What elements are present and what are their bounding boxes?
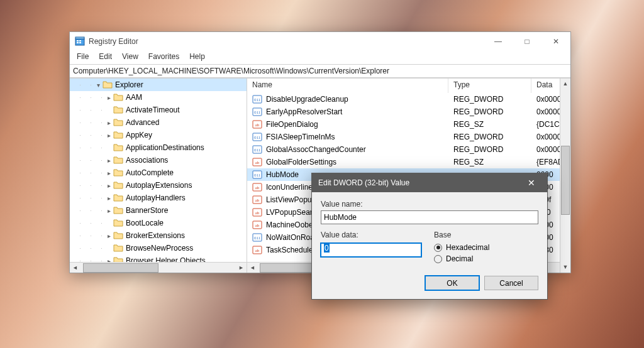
tree-item-label: Browser Helper Objects bbox=[126, 256, 206, 262]
tree-item[interactable]: ▸AutoplayExtensions bbox=[70, 179, 247, 192]
list-row[interactable]: 011DisableUpgradeCleanupREG_DWORD0x0000 bbox=[247, 93, 570, 106]
tree-item[interactable]: ▸AutoplayHandlers bbox=[70, 192, 247, 204]
menu-edit[interactable]: Edit bbox=[94, 51, 116, 64]
base-label: Base bbox=[434, 231, 538, 239]
value-name: HubMode bbox=[266, 170, 299, 179]
close-button[interactable]: ✕ bbox=[541, 32, 570, 51]
dialog-title: Edit DWORD (32-bit) Value bbox=[318, 178, 522, 187]
address-bar[interactable]: Computer\HKEY_LOCAL_MACHINE\SOFTWARE\Mic… bbox=[70, 64, 570, 78]
tree-item[interactable]: ▸BrokerExtensions bbox=[70, 229, 247, 242]
scrollbar-thumb[interactable] bbox=[83, 263, 158, 273]
tree-item-label: ActivateTimeout bbox=[126, 106, 180, 114]
tree-scroll[interactable]: ▾Explorer▸AAMActivateTimeout▸Advanced▸Ap… bbox=[70, 79, 247, 262]
scrollbar-thumb[interactable] bbox=[561, 146, 570, 215]
window-title: Registry Editor bbox=[89, 37, 484, 46]
maximize-button[interactable]: □ bbox=[513, 32, 541, 51]
tree-item-label: AutoplayHandlers bbox=[126, 193, 186, 202]
svg-text:011: 011 bbox=[254, 97, 261, 102]
svg-rect-4 bbox=[77, 42, 79, 43]
value-data-input[interactable] bbox=[321, 243, 421, 257]
tree-item[interactable]: ▸AppKey bbox=[70, 129, 247, 141]
edit-dword-dialog: Edit DWORD (32-bit) Value ✕ Value name: … bbox=[311, 173, 548, 300]
value-name: GlobalFolderSettings bbox=[266, 158, 336, 166]
tree-item-label: ApplicationDestinations bbox=[126, 143, 204, 152]
list-row[interactable]: 011EarlyAppResolverStartREG_DWORD0x0000 bbox=[247, 106, 570, 118]
scroll-right-icon[interactable]: ► bbox=[236, 264, 247, 271]
tree-pane: ▾Explorer▸AAMActivateTimeout▸Advanced▸Ap… bbox=[70, 79, 247, 273]
value-name: GlobalAssocChangedCounter bbox=[266, 145, 366, 154]
value-name-label: Value name: bbox=[321, 200, 363, 209]
column-type[interactable]: Type bbox=[448, 79, 531, 93]
menu-file[interactable]: File bbox=[72, 51, 93, 64]
tree-item-label: BannerStore bbox=[126, 206, 168, 215]
value-name: IconUnderline bbox=[266, 183, 313, 192]
value-type: REG_DWORD bbox=[448, 95, 531, 104]
tree-item[interactable]: ▸Advanced bbox=[70, 116, 247, 129]
menu-help[interactable]: Help bbox=[185, 51, 209, 64]
value-name: DisableUpgradeCleanup bbox=[266, 95, 348, 104]
ok-button[interactable]: OK bbox=[425, 276, 479, 290]
tree-item-label: Advanced bbox=[126, 118, 159, 127]
svg-text:011: 011 bbox=[254, 110, 261, 115]
radio-hexadecimal[interactable]: Hexadecimal bbox=[434, 243, 538, 252]
tree-item[interactable]: ▸Associations bbox=[70, 154, 247, 166]
value-type: REG_DWORD bbox=[448, 133, 531, 141]
list-row[interactable]: 011FSIASleepTimeInMsREG_DWORD0x0000 bbox=[247, 131, 570, 143]
radio-dot-icon bbox=[434, 244, 442, 252]
list-headers: Name Type Data bbox=[247, 79, 570, 93]
value-type: REG_SZ bbox=[448, 158, 531, 166]
tree-item-label: AutoplayExtensions bbox=[126, 181, 192, 190]
value-name: ListViewPopup bbox=[266, 195, 316, 204]
tree-item[interactable]: BootLocale bbox=[70, 217, 247, 229]
cancel-button[interactable]: Cancel bbox=[484, 276, 538, 290]
tree-item[interactable]: ActivateTimeout bbox=[70, 104, 247, 116]
tree-item-label: AutoComplete bbox=[126, 168, 174, 177]
tree-item[interactable]: ▸BannerStore bbox=[70, 204, 247, 217]
tree-item[interactable]: BrowseNewProcess bbox=[70, 242, 247, 254]
value-name-input[interactable] bbox=[321, 210, 538, 224]
svg-rect-1 bbox=[75, 37, 84, 39]
radio-hex-label: Hexadecimal bbox=[446, 243, 489, 252]
svg-text:011: 011 bbox=[254, 173, 261, 178]
scroll-up-icon[interactable]: ▲ bbox=[560, 79, 570, 89]
menu-view[interactable]: View bbox=[118, 51, 143, 64]
svg-text:ab: ab bbox=[255, 248, 260, 253]
scroll-left-icon[interactable]: ◄ bbox=[70, 264, 80, 271]
tree-item[interactable]: ▸AutoComplete bbox=[70, 166, 247, 179]
radio-decimal[interactable]: Decimal bbox=[434, 254, 538, 263]
list-vertical-scrollbar[interactable]: ▲ ▼ bbox=[560, 79, 570, 273]
tree-item-label: BrowseNewProcess bbox=[126, 244, 193, 253]
tree-item[interactable]: ▸AAM bbox=[70, 91, 247, 104]
value-data-label: Value data: bbox=[321, 231, 358, 239]
scroll-left-icon[interactable]: ◄ bbox=[247, 264, 258, 271]
svg-text:ab: ab bbox=[255, 223, 260, 228]
svg-text:ab: ab bbox=[255, 185, 260, 190]
tree-item-label: BrokerExtensions bbox=[126, 231, 185, 240]
value-name: FileOpenDialog bbox=[266, 120, 318, 129]
list-row[interactable]: 011GlobalAssocChangedCounterREG_DWORD0x0… bbox=[247, 143, 570, 156]
scroll-down-icon[interactable]: ▼ bbox=[560, 262, 570, 273]
dialog-titlebar[interactable]: Edit DWORD (32-bit) Value ✕ bbox=[312, 173, 547, 192]
value-name: TaskScheduler bbox=[266, 246, 316, 254]
tree-horizontal-scrollbar[interactable]: ◄ ► bbox=[70, 262, 247, 273]
radio-dec-label: Decimal bbox=[446, 254, 473, 263]
svg-rect-3 bbox=[79, 40, 81, 41]
tree-item-label: Associations bbox=[126, 156, 168, 165]
svg-rect-2 bbox=[77, 40, 79, 41]
tree-item[interactable]: ApplicationDestinations bbox=[70, 141, 247, 154]
svg-rect-5 bbox=[79, 42, 81, 43]
svg-text:ab: ab bbox=[255, 198, 260, 203]
value-type: REG_SZ bbox=[448, 120, 531, 129]
svg-text:ab: ab bbox=[255, 210, 260, 215]
column-name[interactable]: Name bbox=[247, 79, 448, 93]
minimize-button[interactable]: — bbox=[484, 32, 513, 51]
svg-text:011: 011 bbox=[254, 236, 261, 241]
tree-item[interactable]: ▸Browser Helper Objects bbox=[70, 254, 247, 262]
tree-item[interactable]: ▾Explorer bbox=[70, 79, 247, 91]
list-row[interactable]: abGlobalFolderSettingsREG_SZ{EF8AD bbox=[247, 156, 570, 168]
dialog-close-button[interactable]: ✕ bbox=[522, 178, 541, 188]
tree-item-label: AppKey bbox=[126, 131, 152, 139]
list-row[interactable]: abFileOpenDialogREG_SZ{DC1C! bbox=[247, 118, 570, 131]
registry-icon bbox=[75, 36, 85, 46]
menu-favorites[interactable]: Favorites bbox=[144, 51, 184, 64]
